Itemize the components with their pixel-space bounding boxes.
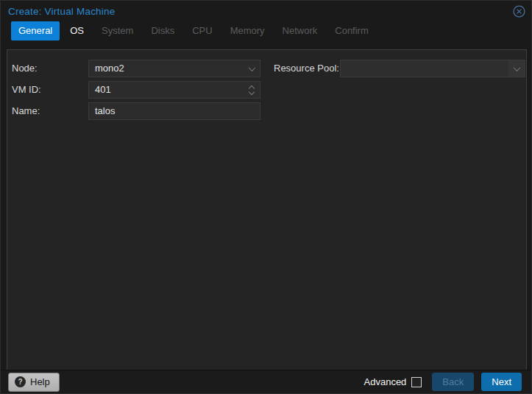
footer-actions: Advanced Back Next bbox=[364, 373, 522, 391]
tab-confirm: Confirm bbox=[327, 21, 376, 41]
close-icon bbox=[513, 5, 525, 18]
vmid-label: VM ID: bbox=[12, 81, 41, 99]
name-value: talos bbox=[95, 105, 115, 116]
vmid-spinner-field[interactable]: 401 bbox=[88, 81, 260, 99]
question-circle-icon: ? bbox=[15, 376, 26, 387]
tab-disks: Disks bbox=[143, 21, 182, 41]
tab-memory: Memory bbox=[223, 21, 272, 41]
tab-cpu: CPU bbox=[185, 21, 219, 41]
vmid-value: 401 bbox=[95, 84, 111, 95]
node-label: Node: bbox=[12, 60, 38, 77]
node-field-row: Node: mono2 bbox=[12, 60, 266, 77]
back-button[interactable]: Back bbox=[432, 373, 474, 391]
resource-pool-label: Resource Pool: bbox=[274, 60, 339, 77]
tab-os[interactable]: OS bbox=[63, 21, 91, 41]
vmid-spin-buttons bbox=[244, 82, 260, 98]
next-button[interactable]: Next bbox=[481, 373, 522, 391]
dialog-footer: ? Help Advanced Back Next bbox=[1, 370, 531, 393]
dialog-header: Create: Virtual Machine bbox=[1, 1, 531, 21]
help-button[interactable]: ? Help bbox=[8, 373, 60, 392]
vmid-field-row: VM ID: 401 bbox=[12, 81, 266, 99]
resource-pool-dropdown-trigger[interactable] bbox=[508, 60, 525, 77]
tab-general[interactable]: General bbox=[11, 21, 60, 41]
name-input[interactable]: talos bbox=[88, 102, 260, 120]
node-dropdown-trigger[interactable] bbox=[244, 60, 260, 77]
dialog-title: Create: Virtual Machine bbox=[8, 6, 115, 17]
general-form-panel: Node: mono2 VM ID: 401 Name: talos Resou… bbox=[7, 49, 527, 371]
name-label: Name: bbox=[12, 102, 40, 120]
tab-network: Network bbox=[275, 21, 325, 41]
node-combobox[interactable]: mono2 bbox=[88, 60, 260, 77]
close-button[interactable] bbox=[512, 4, 525, 18]
create-vm-dialog: { "window": { "title": "Create: Virtual … bbox=[0, 0, 532, 394]
name-field-row: Name: talos bbox=[12, 102, 266, 120]
chevron-down-icon bbox=[513, 64, 520, 71]
node-value: mono2 bbox=[95, 63, 124, 74]
resource-pool-combobox[interactable] bbox=[340, 60, 525, 77]
help-button-label: Help bbox=[30, 376, 50, 387]
chevron-down-icon bbox=[248, 64, 255, 71]
resource-pool-field-row: Resource Pool: bbox=[274, 60, 527, 77]
advanced-label: Advanced bbox=[364, 376, 407, 387]
wizard-tab-bar: General OS System Disks CPU Memory Netwo… bbox=[1, 21, 531, 49]
tab-system: System bbox=[94, 21, 141, 41]
advanced-checkbox[interactable] bbox=[411, 377, 422, 387]
